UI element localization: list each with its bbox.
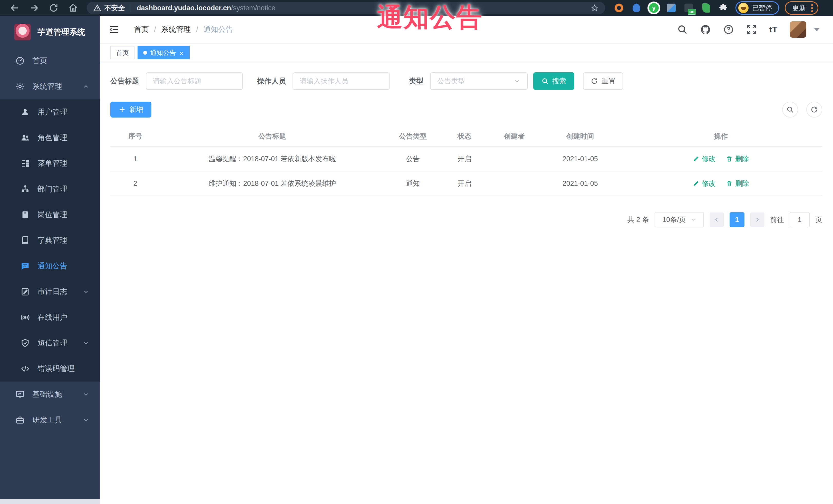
user-avatar[interactable] bbox=[790, 21, 806, 38]
help-icon[interactable] bbox=[723, 24, 734, 35]
update-label: 更新 bbox=[792, 3, 806, 13]
edit-link[interactable]: 修改 bbox=[693, 154, 716, 164]
kebab-menu-icon[interactable] bbox=[811, 4, 813, 12]
goto-page-input[interactable] bbox=[790, 212, 810, 227]
page-size-select[interactable]: 10条/页 bbox=[654, 212, 704, 227]
extension-plant-icon[interactable] bbox=[701, 3, 711, 13]
delete-link[interactable]: 删除 bbox=[726, 179, 749, 188]
sidebar-item-online-users[interactable]: 在线用户 bbox=[0, 305, 100, 330]
sidebar-item-menus[interactable]: 菜单管理 bbox=[0, 151, 100, 176]
sidebar-item-roles[interactable]: 角色管理 bbox=[0, 125, 100, 151]
sidebar-item-dev-tools[interactable]: 研发工具 bbox=[0, 407, 100, 433]
chevron-down-icon bbox=[514, 78, 520, 85]
sidebar-item-posts[interactable]: 岗位管理 bbox=[0, 202, 100, 227]
sidebar-item-system[interactable]: 系统管理 bbox=[0, 74, 100, 99]
github-icon[interactable] bbox=[700, 24, 711, 35]
toggle-search-icon-button[interactable] bbox=[782, 102, 798, 118]
column-header: 操作 bbox=[619, 131, 822, 141]
table-toolbar: 新增 bbox=[110, 102, 822, 118]
sidebar-item-label: 首页 bbox=[32, 56, 47, 66]
type-filter-select[interactable]: 公告类型 bbox=[430, 72, 528, 90]
extension-y-icon[interactable]: y bbox=[649, 3, 659, 13]
screen: 不安全 dashboard.yudao.iocoder.cn /system/n… bbox=[0, 0, 833, 504]
extension-drop-icon[interactable] bbox=[631, 3, 642, 13]
tag-notice-active[interactable]: 通知公告 bbox=[138, 46, 190, 59]
add-button[interactable]: 新增 bbox=[110, 102, 151, 118]
sidebar-item-label: 岗位管理 bbox=[38, 210, 67, 220]
breadcrumb-system[interactable]: 系统管理 bbox=[161, 24, 191, 34]
reset-button[interactable]: 重置 bbox=[583, 72, 623, 90]
fullscreen-icon[interactable] bbox=[746, 24, 757, 35]
cell-type: 公告 bbox=[384, 154, 442, 164]
column-header: 公告标题 bbox=[160, 131, 384, 141]
sidebar-item-label: 审计日志 bbox=[38, 287, 67, 297]
browser-update-button[interactable]: 更新 bbox=[785, 1, 818, 15]
goto-label: 前往 bbox=[770, 215, 784, 224]
extensions-puzzle-icon[interactable] bbox=[718, 3, 728, 13]
tag-home[interactable]: 首页 bbox=[110, 46, 135, 59]
extension-grid-icon[interactable] bbox=[666, 3, 676, 13]
bookmark-star-icon[interactable] bbox=[591, 4, 598, 12]
extension-ring-icon[interactable] bbox=[614, 3, 624, 13]
sidebar-item-label: 错误码管理 bbox=[38, 364, 75, 374]
page-size-value: 10条/页 bbox=[662, 215, 686, 224]
sidebar-item-infrastructure[interactable]: 基础设施 bbox=[0, 382, 100, 407]
not-secure-label: 不安全 bbox=[104, 3, 125, 13]
page-unit-label: 页 bbox=[815, 215, 822, 224]
monitor-chart-icon bbox=[16, 390, 25, 399]
sidebar-item-label: 研发工具 bbox=[32, 415, 62, 425]
title-filter-input[interactable] bbox=[146, 72, 243, 90]
badge-icon bbox=[21, 210, 30, 219]
back-icon[interactable] bbox=[10, 3, 20, 13]
sidebar-item-label: 部门管理 bbox=[38, 184, 67, 194]
reload-icon[interactable] bbox=[49, 3, 58, 13]
chevron-up-icon bbox=[82, 83, 89, 90]
next-page-button[interactable] bbox=[750, 213, 764, 227]
search-button[interactable]: 搜索 bbox=[533, 72, 574, 90]
edit-link[interactable]: 修改 bbox=[693, 179, 716, 188]
column-header: 创建者 bbox=[487, 131, 541, 141]
sidebar-item-departments[interactable]: 部门管理 bbox=[0, 176, 100, 202]
app-logo-row[interactable]: 芋道管理系统 bbox=[0, 16, 100, 48]
forward-icon[interactable] bbox=[29, 3, 39, 13]
table-tools bbox=[782, 102, 822, 118]
sidebar-item-label: 在线用户 bbox=[38, 312, 67, 322]
page-number-button[interactable]: 1 bbox=[730, 212, 744, 227]
address-bar[interactable]: 不安全 dashboard.yudao.iocoder.cn /system/n… bbox=[87, 2, 605, 14]
breadcrumb: 首页 / 系统管理 / 通知公告 bbox=[134, 24, 233, 34]
prev-page-button[interactable] bbox=[710, 213, 724, 227]
sidebar-item-notice[interactable]: 通知公告 bbox=[0, 253, 100, 279]
sidebar-item-users[interactable]: 用户管理 bbox=[0, 99, 100, 125]
cell-type: 通知 bbox=[384, 179, 442, 188]
sidebar-item-audit-log[interactable]: 审计日志 bbox=[0, 279, 100, 305]
sidebar-item-label: 字典管理 bbox=[38, 235, 67, 246]
sidebar-item-label: 角色管理 bbox=[38, 133, 67, 143]
extension-on-icon[interactable]: on bbox=[684, 3, 694, 13]
shield-check-icon bbox=[21, 338, 30, 348]
delete-link[interactable]: 删除 bbox=[726, 154, 749, 164]
breadcrumb-home[interactable]: 首页 bbox=[134, 24, 149, 34]
home-icon[interactable] bbox=[68, 3, 78, 13]
avatar-caret-icon[interactable] bbox=[814, 28, 820, 31]
app-title: 芋道管理系统 bbox=[38, 27, 85, 38]
menu-tree-icon bbox=[21, 159, 30, 168]
sidebar-collapse-icon[interactable] bbox=[109, 24, 120, 35]
sidebar-item-label: 用户管理 bbox=[38, 107, 67, 117]
browser-profile-button[interactable]: 已暂停 bbox=[736, 1, 779, 15]
close-icon[interactable] bbox=[179, 50, 184, 55]
sidebar-item-error-codes[interactable]: 错误码管理 bbox=[0, 356, 100, 382]
user-icon bbox=[21, 107, 30, 117]
search-icon[interactable] bbox=[677, 24, 688, 35]
search-button-label: 搜索 bbox=[552, 76, 566, 86]
chevron-down-icon bbox=[82, 340, 89, 346]
font-size-icon[interactable]: tT bbox=[769, 25, 778, 34]
sidebar-item-sms[interactable]: 短信管理 bbox=[0, 330, 100, 356]
cell-operations: 修改 删除 bbox=[619, 154, 822, 164]
main-area: 首页 / 系统管理 / 通知公告 tT bbox=[100, 16, 833, 504]
operator-filter-input[interactable] bbox=[292, 72, 389, 90]
column-header: 创建时间 bbox=[541, 131, 619, 141]
broadcast-icon bbox=[21, 313, 30, 322]
refresh-icon-button[interactable] bbox=[806, 102, 822, 118]
sidebar-item-dict[interactable]: 字典管理 bbox=[0, 227, 100, 253]
sidebar-item-home[interactable]: 首页 bbox=[0, 48, 100, 74]
